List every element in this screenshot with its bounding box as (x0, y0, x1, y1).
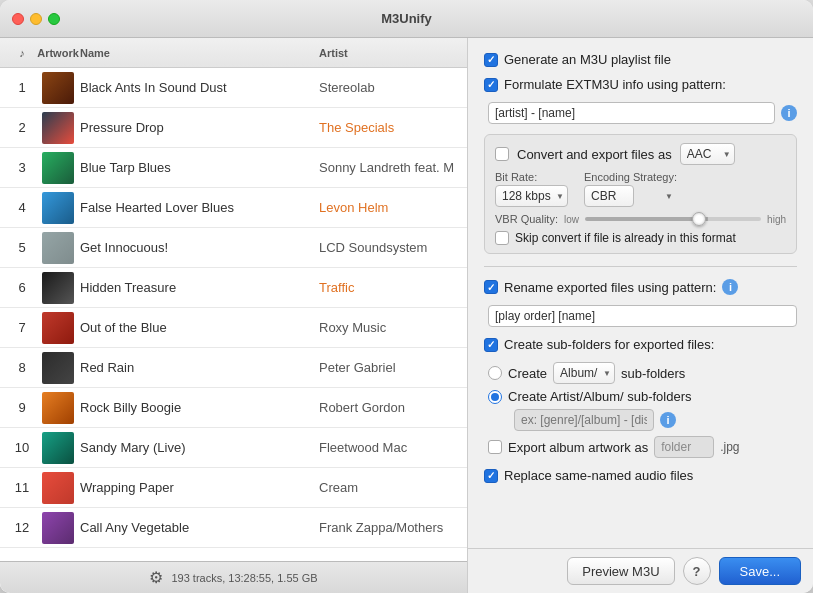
generate-m3u-checkbox[interactable] (484, 53, 498, 67)
replace-row: Replace same-named audio files (484, 468, 797, 483)
help-button[interactable]: ? (683, 557, 711, 585)
table-row[interactable]: 8 Red Rain Peter Gabriel (0, 348, 467, 388)
bitrate-col: Bit Rate: 128 kbps 192 kbps 256 kbps 320… (495, 171, 568, 207)
track-number: 8 (8, 360, 36, 375)
table-row[interactable]: 5 Get Innocuous! LCD Soundsystem (0, 228, 467, 268)
radio-artist-album[interactable] (488, 390, 502, 404)
vbr-high-label: high (767, 214, 786, 225)
create-label: Create (508, 366, 547, 381)
formulate-extm3u-checkbox[interactable] (484, 78, 498, 92)
track-list-body[interactable]: 1 Black Ants In Sound Dust Stereolab 2 P… (0, 68, 467, 561)
folder-name-input[interactable] (654, 436, 714, 458)
close-button[interactable] (12, 13, 24, 25)
skip-label: Skip convert if file is already in this … (515, 231, 736, 245)
main-window: M3Unify ♪ Artwork Name Artist 1 Black An… (0, 0, 813, 593)
traffic-lights (12, 13, 60, 25)
subfolder-checkbox[interactable] (484, 338, 498, 352)
track-artwork (36, 472, 80, 504)
bitrate-row: Bit Rate: 128 kbps 192 kbps 256 kbps 320… (495, 171, 786, 207)
col-header-artist: Artist (319, 47, 459, 59)
export-artwork-checkbox[interactable] (488, 440, 502, 454)
bottom-bar: Preview M3U ? Save... (468, 548, 813, 593)
radio-album[interactable] (488, 366, 502, 380)
gear-icon[interactable]: ⚙ (149, 568, 163, 587)
col-header-name: Name (80, 47, 319, 59)
save-button[interactable]: Save... (719, 557, 801, 585)
subfolder-row: Create sub-folders for exported files: (484, 337, 797, 352)
format-select[interactable]: AAC MP3 FLAC (680, 143, 735, 165)
encoding-select-wrapper[interactable]: CBR VBR (584, 185, 677, 207)
vbr-low-label: low (564, 214, 579, 225)
track-name: Get Innocuous! (80, 240, 319, 255)
genre-info-icon[interactable]: i (660, 412, 676, 428)
skip-checkbox[interactable] (495, 231, 509, 245)
rename-label: Rename exported files using pattern: (504, 280, 716, 295)
genre-pattern-input[interactable] (514, 409, 654, 431)
track-artist: Robert Gordon (319, 400, 459, 415)
track-number: 7 (8, 320, 36, 335)
vbr-thumb[interactable] (692, 212, 706, 226)
track-name: Pressure Drop (80, 120, 319, 135)
generate-m3u-row: Generate an M3U playlist file (484, 52, 797, 67)
extm3u-info-icon[interactable]: i (781, 105, 797, 121)
album-folder-select[interactable]: Album/ Artist/ (553, 362, 615, 384)
track-number: 4 (8, 200, 36, 215)
table-row[interactable]: 1 Black Ants In Sound Dust Stereolab (0, 68, 467, 108)
table-row[interactable]: 12 Call Any Vegetable Frank Zappa/Mother… (0, 508, 467, 548)
minimize-button[interactable] (30, 13, 42, 25)
preview-m3u-button[interactable]: Preview M3U (567, 557, 674, 585)
extm3u-pattern-input[interactable] (488, 102, 775, 124)
table-row[interactable]: 4 False Hearted Lover Blues Levon Helm (0, 188, 467, 228)
track-artist: Stereolab (319, 80, 459, 95)
rename-info-icon[interactable]: i (722, 279, 738, 295)
formulate-extm3u-label: Formulate EXTM3U info using pattern: (504, 77, 726, 92)
vbr-row: VBR Quality: low high (495, 213, 786, 225)
vbr-slider[interactable] (585, 217, 761, 221)
subfolder-label: Create sub-folders for exported files: (504, 337, 714, 352)
table-row[interactable]: 9 Rock Billy Boogie Robert Gordon (0, 388, 467, 428)
track-number: 2 (8, 120, 36, 135)
track-name: Sandy Mary (Live) (80, 440, 319, 455)
track-artwork (36, 112, 80, 144)
table-row[interactable]: 10 Sandy Mary (Live) Fleetwood Mac (0, 428, 467, 468)
artwork-image (42, 392, 74, 424)
bitrate-select-wrapper[interactable]: 128 kbps 192 kbps 256 kbps 320 kbps (495, 185, 568, 207)
format-select-wrapper[interactable]: AAC MP3 FLAC (680, 143, 735, 165)
create-artist-label: Create Artist/Album/ sub-folders (508, 389, 692, 404)
track-artwork (36, 272, 80, 304)
radio-album-row: Create Album/ Artist/ sub-folders (488, 362, 797, 384)
main-content: ♪ Artwork Name Artist 1 Black Ants In So… (0, 38, 813, 593)
track-name: Red Rain (80, 360, 319, 375)
encoding-select[interactable]: CBR VBR (584, 185, 634, 207)
artwork-image (42, 472, 74, 504)
rename-pattern-input[interactable] (488, 305, 797, 327)
track-artist: Roxy Music (319, 320, 459, 335)
maximize-button[interactable] (48, 13, 60, 25)
table-row[interactable]: 7 Out of the Blue Roxy Music (0, 308, 467, 348)
table-row[interactable]: 3 Blue Tarp Blues Sonny Landreth feat. M (0, 148, 467, 188)
table-row[interactable]: 2 Pressure Drop The Specials (0, 108, 467, 148)
replace-checkbox[interactable] (484, 469, 498, 483)
subfolder-section: Create Album/ Artist/ sub-folders Create… (484, 362, 797, 458)
titlebar: M3Unify (0, 0, 813, 38)
bitrate-select[interactable]: 128 kbps 192 kbps 256 kbps 320 kbps (495, 185, 568, 207)
track-name: Out of the Blue (80, 320, 319, 335)
convert-checkbox[interactable] (495, 147, 509, 161)
rename-checkbox[interactable] (484, 280, 498, 294)
subfolder-suffix: sub-folders (621, 366, 685, 381)
export-artwork-row: Export album artwork as .jpg (488, 436, 797, 458)
track-artist: Levon Helm (319, 200, 459, 215)
track-artist: Sonny Landreth feat. M (319, 160, 459, 175)
track-artwork (36, 312, 80, 344)
album-folder-select-wrapper[interactable]: Album/ Artist/ (553, 362, 615, 384)
track-list-header: ♪ Artwork Name Artist (0, 38, 467, 68)
bitrate-label: Bit Rate: (495, 171, 568, 183)
artwork-image (42, 72, 74, 104)
artwork-image (42, 312, 74, 344)
table-row[interactable]: 6 Hidden Treasure Traffic (0, 268, 467, 308)
encoding-label: Encoding Strategy: (584, 171, 677, 183)
track-number: 12 (8, 520, 36, 535)
footer-info: 193 tracks, 13:28:55, 1.55 GB (171, 572, 317, 584)
table-row[interactable]: 11 Wrapping Paper Cream (0, 468, 467, 508)
track-artwork (36, 232, 80, 264)
